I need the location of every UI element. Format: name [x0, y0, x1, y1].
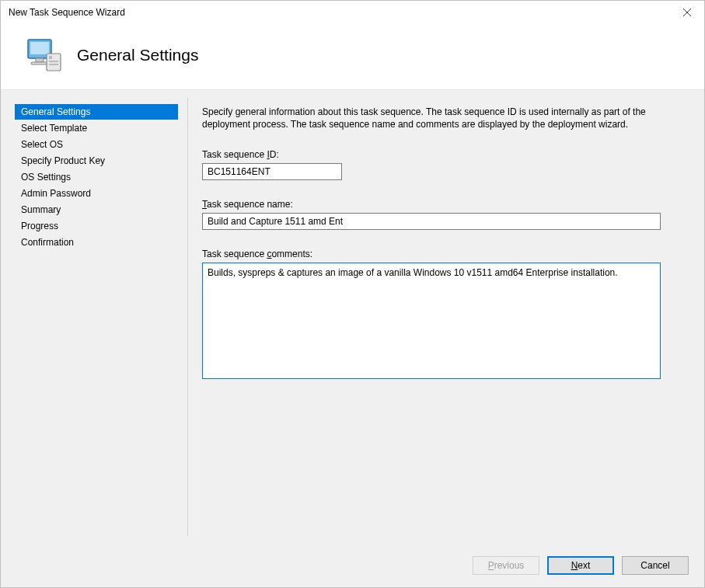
sidebar-item-label: Admin Password [21, 188, 91, 199]
sidebar-item-confirmation[interactable]: Confirmation [15, 235, 178, 250]
svg-rect-8 [49, 61, 58, 62]
task-sequence-comments-input[interactable] [202, 263, 661, 379]
next-button[interactable]: Next [547, 556, 614, 575]
sidebar-item-label: General Settings [21, 106, 90, 117]
sidebar-item-label: OS Settings [21, 172, 71, 183]
wizard-sidebar: General Settings Select Template Select … [1, 90, 187, 544]
sidebar-item-label: Select Template [21, 123, 87, 134]
task-sequence-comments-label: Task sequence comments: [202, 249, 692, 259]
sidebar-item-label: Progress [21, 221, 58, 231]
task-sequence-name-input[interactable] [202, 213, 661, 230]
task-sequence-name-label: Task sequence name: [202, 199, 692, 210]
sidebar-item-admin-password[interactable]: Admin Password [15, 186, 178, 201]
sidebar-item-specify-product-key[interactable]: Specify Product Key [15, 153, 178, 169]
sidebar-item-label: Specify Product Key [21, 155, 105, 166]
svg-rect-3 [30, 42, 49, 54]
window-title: New Task Sequence Wizard [9, 7, 125, 18]
sidebar-item-select-template[interactable]: Select Template [15, 120, 178, 136]
cancel-button[interactable]: Cancel [622, 556, 689, 575]
wizard-header: General Settings [1, 24, 704, 89]
sidebar-item-select-os[interactable]: Select OS [15, 137, 178, 152]
titlebar: New Task Sequence Wizard [1, 1, 704, 24]
sidebar-item-label: Summary [21, 204, 61, 215]
sidebar-item-os-settings[interactable]: OS Settings [15, 169, 178, 185]
sidebar-item-general-settings[interactable]: General Settings [15, 104, 178, 120]
svg-rect-4 [36, 58, 44, 62]
svg-rect-7 [49, 56, 52, 59]
sidebar-item-label: Confirmation [21, 237, 74, 248]
wizard-content: Specify general information about this t… [188, 90, 704, 544]
previous-button: Previous [473, 556, 539, 575]
sidebar-item-label: Select OS [21, 139, 63, 150]
wizard-icon [16, 35, 71, 75]
page-description: Specify general information about this t… [202, 106, 692, 130]
sidebar-item-progress[interactable]: Progress [15, 218, 178, 234]
svg-rect-5 [31, 62, 48, 64]
close-button[interactable] [669, 1, 704, 24]
wizard-body: General Settings Select Template Select … [1, 89, 704, 544]
task-sequence-id-input[interactable] [202, 163, 342, 180]
sidebar-item-summary[interactable]: Summary [15, 202, 178, 217]
task-sequence-id-label: Task sequence ID: [202, 149, 692, 160]
wizard-window: New Task Sequence Wizard General Setting… [0, 0, 705, 588]
close-icon [683, 9, 691, 16]
wizard-footer: Previous Next Cancel [1, 544, 704, 587]
svg-rect-9 [49, 64, 58, 65]
page-title: General Settings [77, 46, 198, 64]
